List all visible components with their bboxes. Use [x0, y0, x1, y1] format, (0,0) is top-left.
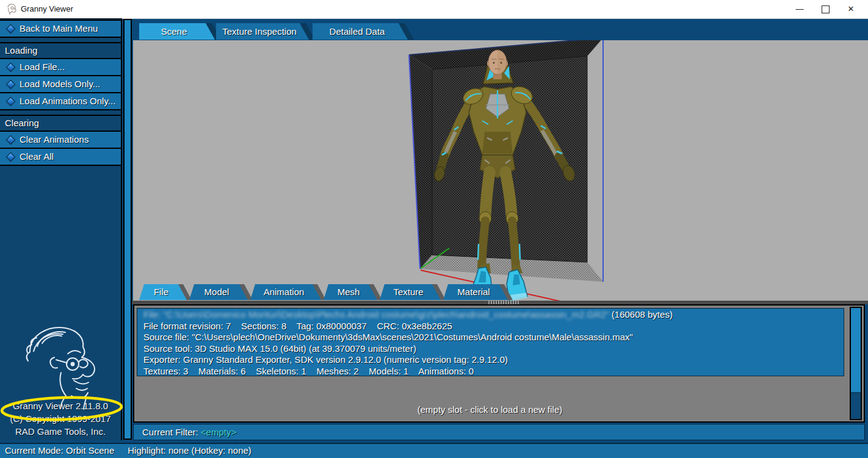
- load-models-only-button[interactable]: Load Models Only...: [0, 75, 121, 93]
- diamond-icon: [6, 24, 16, 34]
- app-version: Granny Viewer 2.11.8.0: [0, 401, 121, 411]
- tab-animation-list[interactable]: Animation List: [250, 284, 321, 300]
- load-file-button[interactable]: Load File...: [0, 58, 121, 76]
- panel-splitter[interactable]: [132, 301, 868, 304]
- scene-3d-render: [133, 40, 868, 301]
- clearing-section-header: Clearing: [0, 115, 121, 129]
- tab-material-list[interactable]: Material List: [443, 284, 508, 300]
- window-title: Granny Viewer: [21, 4, 73, 13]
- tab-scene-preview[interactable]: Scene Preview: [139, 23, 215, 40]
- clear-all-button[interactable]: Clear All: [0, 148, 121, 166]
- current-mode-text: Current Mode: Orbit Scene: [5, 445, 114, 456]
- tab-detailed-data-view[interactable]: Detailed Data View: [313, 23, 408, 40]
- scrollbar-thumb[interactable]: [851, 308, 861, 393]
- loaded-file-slot[interactable]: File: "C:\Users\Domenico Morituri\Deskto…: [137, 308, 844, 376]
- filter-value: <empty>: [201, 427, 236, 437]
- diamond-icon: [6, 135, 16, 145]
- empty-file-slot[interactable]: (empty slot - click to load a new file): [134, 404, 845, 415]
- diamond-icon: [6, 63, 16, 73]
- scene-viewport[interactable]: [133, 40, 868, 301]
- diamond-icon: [6, 80, 16, 90]
- copyright-line: (C) Copyright 1999-2017: [0, 413, 121, 424]
- tab-texture-inspection[interactable]: Texture Inspection: [216, 23, 309, 40]
- diamond-icon: [6, 152, 16, 162]
- sidebar: Back to Main Menu Loading Load File... L…: [0, 18, 122, 440]
- source-tool-line: Source tool: 3D Studio MAX 15.0 (64bit) …: [143, 343, 837, 355]
- exporter-line: Exporter: Granny Standard Exporter, SDK …: [143, 354, 837, 366]
- load-animations-only-button[interactable]: Load Animations Only...: [0, 92, 121, 110]
- current-filter-bar: Current Filter: <empty>: [133, 424, 865, 440]
- source-file-line: Source file: "C:\Users\plech\OneDrive\Do…: [143, 332, 837, 343]
- diamond-icon: [6, 97, 16, 107]
- company-line: RAD Game Tools, Inc.: [0, 426, 121, 437]
- maximize-button[interactable]: [813, 0, 837, 18]
- file-format-line: File format revision: 7 Sections: 8 Tag:…: [143, 321, 837, 332]
- maximize-icon: [822, 5, 830, 13]
- title-bar[interactable]: Granny Viewer — ✕: [0, 0, 868, 19]
- content-counts-line: Textures: 3 Materials: 6 Skeletons: 1 Me…: [143, 366, 837, 377]
- status-bar: Current Mode: Orbit SceneHighlight: none…: [0, 443, 868, 458]
- back-to-main-menu-button[interactable]: Back to Main Menu: [0, 20, 121, 38]
- file-path-line: File: "C:\Users\Domenico Morituri\Deskto…: [143, 309, 837, 321]
- app-icon: [5, 2, 18, 16]
- tab-model-list[interactable]: Model List: [189, 284, 248, 300]
- minimize-button[interactable]: —: [787, 0, 812, 18]
- file-list-panel: File: "C:\Users\Domenico Morituri\Deskto…: [133, 304, 865, 423]
- loading-section-header: Loading: [0, 42, 121, 57]
- sidebar-splitter[interactable]: [123, 19, 132, 440]
- highlight-text: Highlight: none (Hotkey: none): [128, 445, 251, 456]
- tab-mesh-list[interactable]: Mesh List: [324, 284, 377, 300]
- clear-animations-button[interactable]: Clear Animations: [0, 131, 121, 149]
- filter-label: Current Filter:: [142, 427, 201, 437]
- close-button[interactable]: ✕: [839, 0, 863, 18]
- file-list-scrollbar[interactable]: [850, 307, 862, 420]
- tab-texture-list[interactable]: Texture List: [380, 284, 441, 300]
- granny-logo: [9, 319, 114, 410]
- granny-viewer-window: Granny Viewer — ✕ Back to Main Menu Load…: [0, 0, 868, 458]
- splitter-grip-icon[interactable]: [488, 301, 519, 304]
